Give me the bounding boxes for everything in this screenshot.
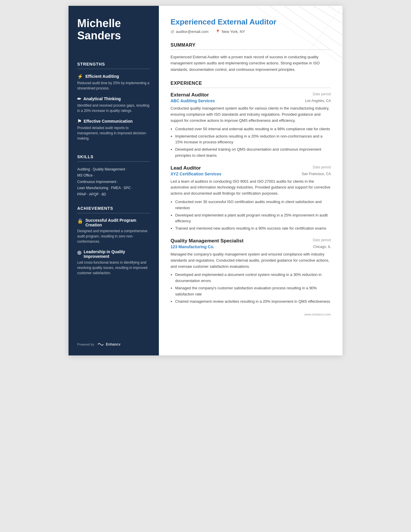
strength-title-3: ⚑ Effective Communication [77, 119, 150, 124]
summary-section: SUMMARY Experienced External Auditor wit… [171, 43, 331, 73]
experience-item-3: Quality Management SpecialistDate period… [171, 238, 331, 304]
flag-icon: ⚑ [77, 119, 81, 124]
strength-title-2: ✏ Analytical Thinking [77, 96, 150, 102]
exp-bullet-1-2: Implemented corrective actions resulting… [175, 133, 331, 146]
strengths-heading: STRENGTHS [77, 62, 150, 66]
achievements-list: 🔒 Successful Audit Program Creation Desi… [77, 218, 150, 281]
strength-title-1: ⚡ Efficient Auditing [77, 74, 150, 79]
location-contact: 📍 New York, NY [215, 29, 245, 34]
svg-line-2 [328, 6, 342, 15]
achievement-item-1: 🔒 Successful Audit Program Creation Desi… [77, 218, 150, 244]
exp-location-3: Chicago, IL [313, 245, 331, 249]
exp-job-title-3: Quality Management Specialist [171, 238, 243, 244]
exp-company-3: 123 Manufacturing Co. [171, 244, 214, 249]
exp-company-1: ABC Auditing Services [171, 98, 215, 103]
lightning-icon: ⚡ [77, 74, 83, 79]
strength-item-3: ⚑ Effective Communication Provided detai… [77, 119, 150, 141]
enhancv-logo: Enhancv [96, 342, 120, 347]
footer-url: www.enhancv.com [304, 313, 331, 316]
exp-bullet-3-1: Developed and implemented a document con… [175, 272, 331, 284]
exp-job-title-2: Lead Auditor [171, 165, 201, 171]
sidebar-footer: Powered by Enhancv [77, 333, 150, 347]
exp-bullet-2-3: Trained and mentored new auditors result… [175, 226, 331, 232]
achievement-title-2: ◎ Leadership in Quality Improvement [77, 249, 150, 259]
exp-bullets-2: Conducted over 30 successful ISO certifi… [171, 199, 331, 232]
experience-item-1: External AuditorDate periodABC Auditing … [171, 92, 331, 158]
exp-bullet-3-3: Chaired management review activities res… [175, 299, 331, 305]
achievement-title-1: 🔒 Successful Audit Program Creation [77, 218, 150, 227]
experience-section: EXPERIENCE External AuditorDate periodAB… [171, 81, 331, 304]
exp-bullets-1: Conducted over 50 internal and external … [171, 126, 331, 159]
exp-desc-1: Conducted quality management system audi… [171, 105, 331, 124]
achievement-desc-2: Led cross-functional teams in identifyin… [77, 260, 150, 276]
exp-company-row-2: XYZ Certification ServicesSan Francisco,… [171, 172, 331, 176]
strength-desc-1: Reduced audit time by 25% by implementin… [77, 80, 150, 91]
exp-desc-2: Led a team of auditors in conducting ISO… [171, 179, 331, 197]
achievement-item-2: ◎ Leadership in Quality Improvement Led … [77, 249, 150, 276]
exp-job-title-1: External Auditor [171, 92, 209, 98]
skills-text: Auditing · Quality Management · MS Offic… [77, 166, 150, 198]
exp-location-1: Los Angeles, CA [305, 99, 331, 103]
main-footer: www.enhancv.com [171, 313, 331, 316]
exp-date-1: Date period [313, 92, 331, 96]
achievements-heading: ACHIEVEMENTS [77, 206, 150, 211]
exp-company-row-3: 123 Manufacturing Co.Chicago, IL [171, 244, 331, 249]
summary-text: Experienced External Auditor with a prov… [171, 54, 331, 73]
candidate-name: Michelle Sanders [77, 17, 150, 42]
strength-desc-2: Identified and resolved process gaps, re… [77, 103, 150, 113]
achievement-desc-1: Designed and implemented a comprehensive… [77, 228, 150, 244]
experience-title: EXPERIENCE [171, 81, 331, 86]
summary-divider [171, 50, 331, 50]
resume-container: Michelle Sanders STRENGTHS ⚡ Efficient A… [68, 6, 342, 355]
main-header: Experienced External Auditor @ auditor@e… [171, 17, 331, 34]
exp-bullet-2-2: Developed and implemented a plant audit … [175, 212, 331, 225]
exp-date-3: Date period [313, 238, 331, 242]
strength-item-2: ✏ Analytical Thinking Identified and res… [77, 96, 150, 113]
summary-title: SUMMARY [171, 43, 331, 48]
experience-divider [171, 88, 331, 88]
exp-company-2: XYZ Certification Services [171, 172, 221, 176]
exp-header-row-3: Quality Management SpecialistDate period [171, 238, 331, 244]
exp-bullet-2-1: Conducted over 30 successful ISO certifi… [175, 199, 331, 211]
exp-date-2: Date period [313, 165, 331, 169]
exp-desc-3: Managed the company's quality management… [171, 251, 331, 269]
email-text: auditor@email.com [176, 29, 208, 34]
exp-header-row-1: External AuditorDate period [171, 92, 331, 98]
email-icon: @ [171, 29, 174, 34]
exp-header-row-2: Lead AuditorDate period [171, 165, 331, 171]
enhancv-brand-name: Enhancv [106, 342, 120, 346]
skills-heading: SKILLS [77, 154, 150, 159]
job-title: Experienced External Auditor [171, 17, 331, 27]
achievements-divider [77, 213, 150, 213]
strength-desc-3: Provided detailed audit reports to manag… [77, 125, 150, 141]
sidebar: Michelle Sanders STRENGTHS ⚡ Efficient A… [68, 6, 159, 355]
strength-item-1: ⚡ Efficient Auditing Reduced audit time … [77, 74, 150, 91]
strengths-list: ⚡ Efficient Auditing Reduced audit time … [77, 74, 150, 146]
strengths-divider [77, 69, 150, 69]
exp-bullet-3-2: Managed the company's customer satisfact… [175, 285, 331, 297]
skills-divider [77, 161, 150, 162]
location-text: New York, NY [222, 29, 245, 34]
exp-location-2: San Francisco, CA [302, 172, 331, 176]
email-contact: @ auditor@email.com [171, 29, 208, 34]
exp-bullet-1-3: Developed and delivered training on QMS … [175, 147, 331, 159]
exp-bullet-1-1: Conducted over 50 internal and external … [175, 126, 331, 132]
pencil-icon: ✏ [77, 96, 81, 102]
contact-info: @ auditor@email.com 📍 New York, NY [171, 29, 331, 34]
main-content: Experienced External Auditor @ auditor@e… [159, 6, 342, 355]
exp-bullets-3: Developed and implemented a document con… [171, 272, 331, 304]
enhancv-logo-icon [96, 342, 105, 347]
exp-company-row-1: ABC Auditing ServicesLos Angeles, CA [171, 98, 331, 103]
location-icon: 📍 [215, 29, 220, 34]
experience-list: External AuditorDate periodABC Auditing … [171, 92, 331, 304]
circle-icon: ◎ [77, 250, 81, 255]
lock-icon: 🔒 [77, 218, 83, 224]
experience-item-2: Lead AuditorDate periodXYZ Certification… [171, 165, 331, 232]
powered-by-label: Powered by [77, 343, 94, 346]
